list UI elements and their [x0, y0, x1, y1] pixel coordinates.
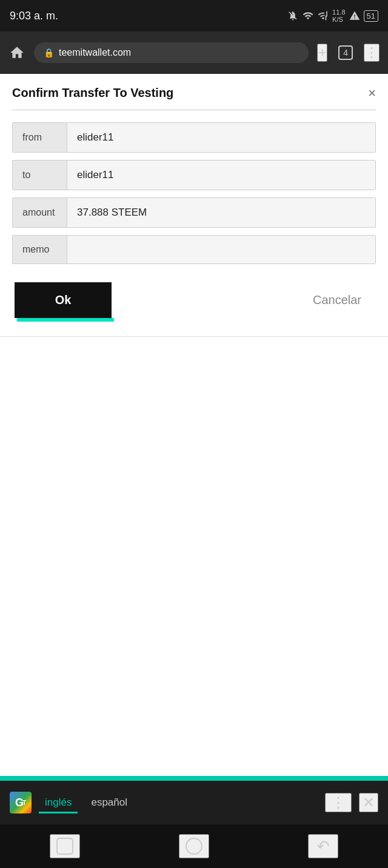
- home-icon[interactable]: [8, 44, 25, 61]
- dialog-divider: [12, 110, 376, 110]
- translate-lang-active[interactable]: inglés: [39, 792, 78, 813]
- from-row: from elider11: [12, 122, 376, 153]
- translate-more-button[interactable]: ⋮: [325, 793, 352, 812]
- memo-value: [67, 236, 375, 263]
- cancel-button[interactable]: Cancelar: [301, 282, 373, 318]
- browser-bar: 🔒 teemitwallet.com + 4 ⋮: [0, 31, 388, 74]
- to-value: elider11: [67, 161, 375, 190]
- memo-label: memo: [13, 236, 67, 263]
- home-nav-button[interactable]: [179, 834, 209, 858]
- back-nav-button[interactable]: ↶: [308, 834, 338, 858]
- signal-icon: [318, 10, 329, 21]
- speed-indicator: 11.8K/S: [332, 8, 345, 23]
- memo-row: memo: [12, 235, 376, 264]
- wifi-icon: [302, 10, 314, 21]
- url-text: teemitwallet.com: [59, 47, 131, 58]
- square-icon: [56, 838, 73, 855]
- mute-icon: [287, 10, 298, 21]
- address-bar[interactable]: 🔒 teemitwallet.com: [34, 42, 309, 63]
- circle-icon: [186, 838, 202, 855]
- translate-bar[interactable]: G T inglés español ⋮ ✕: [0, 781, 388, 824]
- from-label: from: [13, 123, 67, 152]
- back-arrow-icon: ↶: [316, 837, 330, 856]
- status-bar: 9:03 a. m. 11.8K/S 51: [0, 0, 388, 31]
- translate-logo-sub: T: [22, 800, 26, 806]
- to-label: to: [13, 161, 67, 190]
- add-tab-button[interactable]: +: [317, 44, 327, 62]
- from-value: elider11: [67, 123, 375, 152]
- browser-actions: + 4 ⋮: [317, 44, 380, 62]
- nav-bar: ↶: [0, 824, 388, 868]
- dialog-header: Confirm Transfer To Vesting ×: [12, 86, 376, 100]
- teal-accent-bar: [0, 776, 388, 781]
- square-nav-button[interactable]: [50, 834, 80, 858]
- empty-space: [0, 337, 388, 640]
- amount-label: amount: [13, 198, 67, 227]
- translate-close-button[interactable]: ✕: [359, 793, 378, 812]
- more-options-button[interactable]: ⋮: [364, 44, 380, 62]
- page-content: Confirm Transfer To Vesting × from elide…: [0, 74, 388, 776]
- amount-value: 37.888 STEEM: [67, 198, 375, 227]
- battery-indicator: 51: [364, 10, 378, 22]
- translate-lang-secondary[interactable]: español: [85, 792, 133, 813]
- to-row: to elider11: [12, 160, 376, 190]
- dialog-title: Confirm Transfer To Vesting: [12, 86, 173, 100]
- status-icons: 11.8K/S 51: [287, 8, 378, 23]
- warning-icon: [349, 10, 360, 21]
- lock-icon: 🔒: [44, 48, 54, 58]
- translate-logo: G T: [10, 792, 32, 813]
- amount-row: amount 37.888 STEEM: [12, 197, 376, 228]
- button-row: Ok Cancelar: [12, 282, 376, 318]
- ok-button[interactable]: Ok: [15, 282, 112, 318]
- status-time: 9:03 a. m.: [10, 10, 58, 22]
- close-dialog-button[interactable]: ×: [368, 87, 376, 100]
- confirm-transfer-dialog: Confirm Transfer To Vesting × from elide…: [0, 74, 388, 337]
- tab-count[interactable]: 4: [338, 45, 353, 60]
